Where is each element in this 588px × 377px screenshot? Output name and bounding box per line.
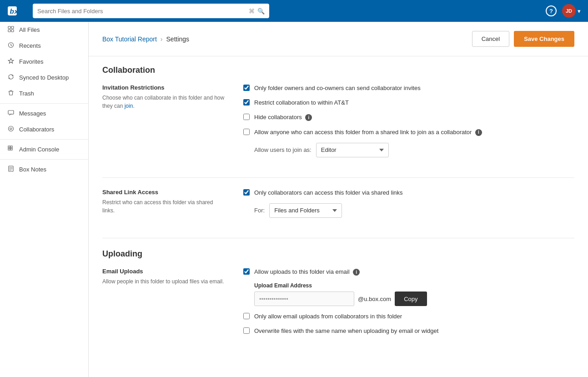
email-uploads-right: Allow uploads to this folder via email i… — [243, 268, 574, 342]
checkbox-row-3: Hide collaborators i — [243, 113, 574, 121]
hide-collaborators-checkbox[interactable] — [243, 114, 250, 120]
svg-rect-6 — [11, 30, 14, 32]
sidebar-item-label: All Files — [19, 26, 40, 33]
allow-uploads-label: Allow uploads to this folder via email i — [254, 268, 360, 276]
search-icon: 🔍 — [257, 8, 265, 15]
checkbox-row-1: Only folder owners and co-owners can sen… — [243, 84, 574, 92]
upload-email-address-label: Upload Email Address — [254, 282, 574, 289]
sidebar-item-trash[interactable]: Trash — [0, 85, 88, 101]
for-select[interactable]: Files and Folders Files Only Folders Onl… — [269, 203, 342, 218]
svg-rect-9 — [8, 111, 14, 114]
search-input[interactable] — [37, 8, 245, 15]
checkbox-row-2: Restrict collaboration to within AT&T — [243, 99, 574, 107]
uploading-title: Uploading — [102, 249, 574, 259]
sidebar-item-recents[interactable]: Recents — [0, 38, 88, 54]
header-right: ? JD ▾ — [546, 4, 581, 18]
sidebar-item-collaborators[interactable]: Collaborators — [0, 121, 88, 137]
help-icon[interactable]: ? — [546, 5, 557, 16]
admin-console-icon — [7, 146, 15, 153]
collab-owners-label: Only folder owners and co-owners can sen… — [254, 84, 421, 92]
overwrite-row: Overwrite files with the same name when … — [243, 327, 574, 335]
synced-icon — [7, 74, 15, 81]
allow-uploads-info-icon[interactable]: i — [353, 269, 360, 276]
collab-owners-checkbox[interactable] — [243, 85, 250, 91]
svg-rect-3 — [8, 26, 10, 29]
sidebar-section-4: Box Notes — [0, 159, 88, 177]
copy-button[interactable]: Copy — [395, 292, 427, 306]
sidebar-item-label: Messages — [19, 110, 46, 117]
svg-rect-13 — [10, 146, 12, 148]
favorites-icon — [7, 58, 15, 65]
sidebar-item-synced[interactable]: Synced to Desktop — [0, 70, 88, 85]
invitation-restrictions-right: Only folder owners and co-owners can sen… — [243, 84, 574, 164]
collab-only-uploads-checkbox[interactable] — [243, 313, 250, 319]
email-domain: @u.box.com — [358, 296, 391, 302]
svg-point-11 — [10, 128, 12, 130]
trash-icon — [7, 90, 15, 97]
email-uploads-left: Email Uploads Allow people in this folde… — [102, 268, 225, 342]
email-uploads-desc: Allow people in this folder to upload fi… — [102, 277, 225, 286]
for-label: For: — [254, 207, 265, 214]
shared-link-join-checkbox[interactable] — [243, 129, 250, 135]
email-prefix-field[interactable] — [254, 292, 354, 306]
collab-only-uploads-label: Only allow email uploads from collaborat… — [254, 312, 402, 321]
sidebar-item-label: Synced to Desktop — [19, 74, 69, 81]
shared-link-join-label: Allow anyone who can access this folder … — [254, 128, 482, 136]
svg-rect-12 — [8, 146, 10, 148]
sidebar-item-label: Admin Console — [19, 146, 59, 153]
email-uploads-title: Email Uploads — [102, 268, 225, 275]
sidebar-item-label: Trash — [19, 90, 34, 97]
sidebar-item-messages[interactable]: Messages — [0, 106, 88, 121]
sidebar-item-label: Collaborators — [19, 126, 54, 133]
sidebar-item-label: Recents — [19, 42, 41, 49]
sidebar-item-all-files[interactable]: All Files — [0, 22, 88, 38]
sidebar-item-admin-console[interactable]: Admin Console — [0, 141, 88, 157]
sidebar-section-2: Messages Collaborators — [0, 103, 88, 137]
email-uploads-block: Email Uploads Allow people in this folde… — [102, 268, 574, 356]
main-content: Box Tutorial Report › Settings Cancel Sa… — [89, 22, 588, 377]
allow-uploads-checkbox[interactable] — [243, 268, 250, 275]
svg-rect-14 — [8, 148, 10, 150]
invitation-restrictions-block: Invitation Restrictions Choose who can c… — [102, 84, 574, 178]
svg-marker-8 — [8, 59, 14, 64]
header: b x ⌘ 🔍 ? JD ▾ — [0, 0, 588, 22]
save-changes-button[interactable]: Save Changes — [514, 31, 574, 47]
shared-link-collab-checkbox[interactable] — [243, 189, 250, 196]
keyboard-shortcut-icon: ⌘ — [249, 8, 255, 15]
sidebar-item-box-notes[interactable]: Box Notes — [0, 161, 88, 177]
search-bar[interactable]: ⌘ 🔍 — [33, 4, 269, 18]
breadcrumb-parent[interactable]: Box Tutorial Report — [102, 35, 157, 43]
join-link[interactable]: join — [125, 103, 133, 109]
checkbox-row-4: Allow anyone who can access this folder … — [243, 128, 574, 136]
shared-link-join-info-icon[interactable]: i — [475, 129, 482, 136]
sidebar-item-label: Box Notes — [19, 166, 46, 173]
sidebar-item-label: Favorites — [19, 58, 43, 65]
breadcrumb-separator: › — [161, 35, 163, 43]
collaborators-icon — [7, 126, 15, 133]
join-as-select[interactable]: Editor Viewer Viewer Uploader Previewer … — [316, 143, 389, 157]
hide-collaborators-info-icon[interactable]: i — [305, 114, 312, 121]
avatar-wrapper[interactable]: JD ▾ — [562, 4, 581, 18]
collab-only-uploads-row: Only allow email uploads from collaborat… — [243, 312, 574, 321]
join-as-label: Allow users to join as: — [254, 146, 312, 153]
invitation-restrictions-left: Invitation Restrictions Choose who can c… — [102, 84, 225, 164]
shared-link-right: Only collaborators can access this folde… — [243, 189, 574, 224]
hide-collaborators-label: Hide collaborators i — [254, 113, 312, 121]
avatar[interactable]: JD — [562, 4, 576, 18]
box-notes-icon — [7, 166, 15, 173]
svg-text:x: x — [14, 7, 19, 15]
all-files-icon — [7, 26, 15, 34]
shared-link-left: Shared Link Access Restrict who can acce… — [102, 189, 225, 224]
messages-icon — [7, 110, 15, 117]
sidebar-item-favorites[interactable]: Favorites — [0, 54, 88, 70]
shared-link-block: Shared Link Access Restrict who can acce… — [102, 189, 574, 238]
top-bar: Box Tutorial Report › Settings Cancel Sa… — [89, 22, 588, 56]
restrict-att-checkbox[interactable] — [243, 99, 250, 106]
cancel-button[interactable]: Cancel — [472, 31, 509, 47]
overwrite-label: Overwrite files with the same name when … — [254, 327, 438, 335]
overwrite-checkbox[interactable] — [243, 327, 250, 334]
box-logo[interactable]: b x — [7, 1, 27, 21]
shared-link-checkbox-row: Only collaborators can access this folde… — [243, 189, 574, 197]
collaboration-title: Collaboration — [102, 65, 574, 75]
join-as-row: Allow users to join as: Editor Viewer Vi… — [254, 143, 574, 157]
